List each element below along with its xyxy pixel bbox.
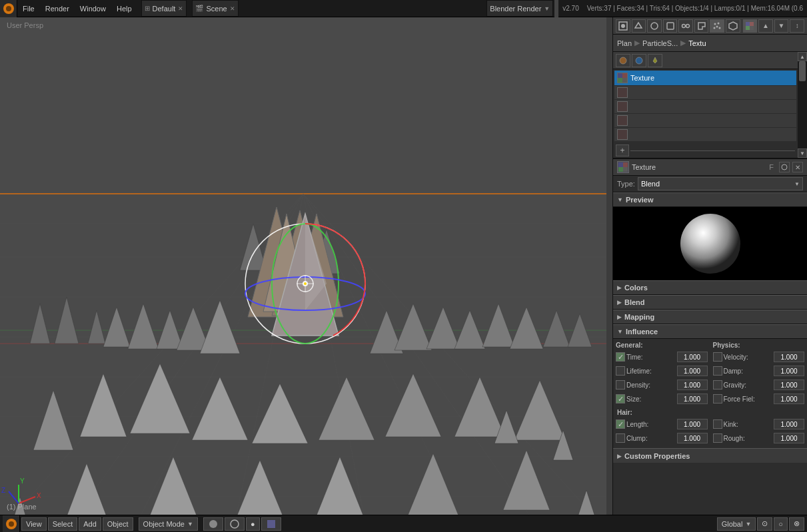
- scene-selector[interactable]: 🎬 Scene ✕: [192, 0, 238, 17]
- general-col: General: ✓ Time: 1.000 Lifetime:: [613, 340, 710, 406]
- size-checkbox[interactable]: ✓: [616, 394, 625, 403]
- bc-sep2: ▶: [680, 39, 686, 47]
- preview-image: [613, 207, 807, 280]
- transform-selector[interactable]: Global ▼: [717, 517, 756, 531]
- tex-tab-lamp[interactable]: [648, 54, 662, 67]
- influence-header[interactable]: ▼ Influence: [613, 324, 807, 339]
- clump-label: Clump:: [626, 435, 676, 442]
- length-checkbox[interactable]: ✓: [616, 419, 625, 429]
- lifetime-checkbox[interactable]: [616, 366, 625, 376]
- viewport-texture[interactable]: [261, 517, 281, 531]
- texture-item-1[interactable]: [614, 86, 796, 99]
- clump-checkbox[interactable]: [616, 433, 625, 443]
- bc-plan: Plan: [617, 39, 632, 47]
- velocity-label: Velocity:: [724, 354, 773, 361]
- menu-render[interactable]: Render: [40, 0, 75, 17]
- panel-pin-btn[interactable]: [779, 162, 790, 172]
- tex-tab-world[interactable]: [632, 54, 646, 67]
- particle-prop-btn[interactable]: [710, 19, 724, 33]
- length-value[interactable]: 1.000: [677, 419, 708, 429]
- onion-btn[interactable]: ⊗: [789, 517, 804, 531]
- colors-title: Colors: [624, 284, 648, 292]
- menu-bar: File Render Window Help: [17, 0, 137, 17]
- snap-btn[interactable]: ⊙: [757, 517, 772, 531]
- object-btn[interactable]: Object: [103, 517, 133, 531]
- time-value[interactable]: 1.000: [677, 352, 708, 362]
- constraint-prop-btn[interactable]: [678, 19, 693, 33]
- force-field-value[interactable]: 1.000: [774, 394, 804, 404]
- mapping-section-header[interactable]: ▶ Mapping: [613, 310, 807, 324]
- workspace-selector[interactable]: ⊞ Default ✕: [141, 0, 187, 17]
- engine-selector[interactable]: Blender Render ▼: [486, 0, 553, 17]
- damp-value[interactable]: 1.000: [774, 366, 804, 376]
- add-texture-btn[interactable]: +: [616, 144, 629, 156]
- workspace-label: Default: [153, 5, 176, 13]
- scroll-up[interactable]: ▲: [798, 52, 807, 61]
- preview-header[interactable]: ▼ Preview: [613, 192, 807, 207]
- scroll-down[interactable]: ▼: [798, 148, 807, 158]
- kink-checkbox[interactable]: [713, 419, 722, 429]
- texture-item-3[interactable]: [614, 114, 796, 127]
- time-checkbox[interactable]: ✓: [616, 352, 625, 362]
- force-field-checkbox[interactable]: [713, 394, 722, 403]
- viewport-solid[interactable]: ●: [246, 517, 260, 531]
- scroll-up-btn[interactable]: ▲: [758, 19, 773, 33]
- lifetime-value[interactable]: 1.000: [677, 366, 708, 376]
- texture-empty-icon-4: [617, 129, 628, 140]
- world-prop-btn[interactable]: [647, 19, 662, 33]
- menu-file[interactable]: File: [17, 0, 40, 17]
- viewport[interactable]: User Persp: [0, 17, 612, 515]
- svg-point-108: [782, 164, 787, 170]
- panel-close-btn[interactable]: ✕: [792, 162, 803, 172]
- influence-columns: General: ✓ Time: 1.000 Lifetime:: [613, 340, 807, 406]
- texture-item-0[interactable]: Texture: [614, 71, 796, 85]
- clump-value[interactable]: 1.000: [677, 433, 708, 443]
- velocity-value[interactable]: 1.000: [774, 352, 804, 362]
- size-value[interactable]: 1.000: [677, 394, 708, 404]
- physics-prop-btn[interactable]: [726, 19, 740, 33]
- bottom-bar: View Select Add Object Object Mode ▼ ● G…: [0, 515, 807, 532]
- mode-selector[interactable]: Object Mode ▼: [139, 517, 198, 531]
- view-btn[interactable]: View: [21, 517, 47, 531]
- texture-list-scrollbar[interactable]: ▲ ▼: [798, 52, 807, 158]
- more-btn[interactable]: ↕: [790, 19, 804, 33]
- velocity-checkbox[interactable]: [713, 352, 722, 362]
- svg-rect-102: [618, 78, 622, 83]
- rough-row: Rough: 1.000: [713, 431, 805, 445]
- add-btn[interactable]: Add: [79, 517, 101, 531]
- force-field-row: Force Fiel: 1.000: [713, 392, 805, 405]
- scene-prop-btn[interactable]: [632, 19, 646, 33]
- menu-help[interactable]: Help: [111, 0, 137, 17]
- type-dropdown[interactable]: Blend ▼: [638, 177, 803, 190]
- object-prop-btn[interactable]: [663, 19, 678, 33]
- custom-properties-header[interactable]: ▶ Custom Properties: [613, 448, 807, 463]
- colors-section-header[interactable]: ▶ Colors: [613, 280, 807, 295]
- kink-label: Kink:: [724, 421, 773, 428]
- viewport-shading[interactable]: [203, 517, 223, 531]
- select-btn[interactable]: Select: [48, 517, 78, 531]
- svg-rect-104: [618, 162, 623, 167]
- rough-value[interactable]: 1.000: [774, 433, 804, 443]
- density-checkbox[interactable]: [616, 380, 625, 390]
- texture-item-2[interactable]: [614, 100, 796, 113]
- time-row: ✓ Time: 1.000: [616, 350, 708, 364]
- scroll-down-btn[interactable]: ▼: [774, 19, 789, 33]
- mapping-arrow: ▶: [617, 314, 622, 320]
- blend-section-header[interactable]: ▶ Blend: [613, 295, 807, 310]
- hair-col-left: ✓ Length: 1.000 Clump: 1.000: [613, 417, 710, 445]
- render-prop-btn[interactable]: [616, 19, 630, 33]
- density-value[interactable]: 1.000: [677, 380, 708, 390]
- rough-checkbox[interactable]: [713, 433, 722, 443]
- texture-prop-btn[interactable]: [743, 19, 758, 33]
- viewport-wire[interactable]: [225, 517, 245, 531]
- menu-window[interactable]: Window: [75, 0, 111, 17]
- texture-item-4[interactable]: [614, 128, 796, 141]
- tex-tab-material[interactable]: [616, 54, 630, 67]
- svg-rect-84: [667, 23, 674, 29]
- kink-value[interactable]: 1.000: [774, 419, 804, 429]
- gravity-value[interactable]: 1.000: [774, 380, 804, 390]
- damp-checkbox[interactable]: [713, 366, 722, 376]
- gravity-checkbox[interactable]: [713, 380, 722, 390]
- proportional-btn[interactable]: ○: [774, 517, 788, 531]
- modifier-prop-btn[interactable]: [694, 19, 709, 33]
